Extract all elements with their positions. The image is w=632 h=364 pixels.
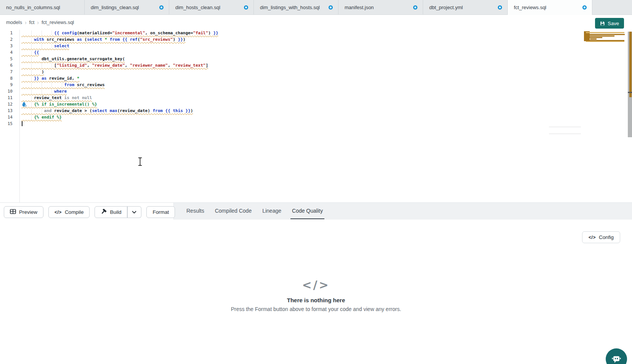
code-area[interactable]: {{ config(materialized="incremental", on… — [20, 30, 632, 202]
code-icon: </> — [589, 235, 596, 240]
build-label: Build — [110, 209, 121, 215]
code-editor[interactable]: 123456789101112131415 {{ config(material… — [0, 30, 632, 202]
code-line-4[interactable]: {{ — [21, 49, 632, 56]
empty-state: </> There is nothing here Press the Form… — [0, 278, 632, 312]
code-icon: </> — [55, 209, 62, 215]
file-tab-label: fct_reviews.sql — [514, 5, 579, 10]
preview-label: Preview — [19, 209, 37, 215]
editor-gutter: 123456789101112131415 — [0, 30, 20, 202]
code-line-14[interactable]: {% endif %} — [21, 114, 632, 120]
code-line-12[interactable]: {% if is_incremental() %} — [21, 101, 632, 107]
breadcrumb-item-models[interactable]: models — [6, 19, 22, 25]
code-line-text: from src_reviews — [21, 82, 105, 87]
robot-chat-icon — [611, 353, 622, 364]
text-cursor-caret — [22, 121, 22, 126]
breadcrumb-item-fct_reviews.sql[interactable]: fct_reviews.sql — [42, 19, 74, 25]
scrollbar-position-mark — [628, 92, 632, 93]
file-tab-dim_listings_with_hosts.sql[interactable]: dim_listings_with_hosts.sql — [254, 0, 338, 14]
compile-label: Compile — [65, 209, 84, 215]
editor-widget-bar — [549, 133, 581, 134]
chevron-down-icon — [132, 209, 136, 215]
line-number: 14 — [0, 114, 19, 120]
code-line-6[interactable]: ["listing_id", "review_date", "reviewer_… — [21, 62, 632, 69]
code-line-text: }} as review_id, * — [21, 76, 79, 81]
file-tab-label: no_nulls_in_columns.sql — [6, 5, 79, 10]
unsaved-indicator-icon — [244, 5, 248, 10]
file-tab-dbt_project.yml[interactable]: dbt_project.yml — [423, 0, 508, 14]
code-line-text: with src_reviews as (select * from {{ re… — [21, 37, 186, 42]
file-tab-manifest.json[interactable]: manifest.json — [338, 0, 423, 14]
unsaved-indicator-icon — [582, 5, 587, 10]
empty-state-hint: Press the Format button above to format … — [0, 306, 632, 312]
compile-button[interactable]: </>Compile — [48, 206, 90, 218]
preview-button[interactable]: Preview — [4, 206, 43, 218]
code-line-text: {{ config(materialized="incremental", on… — [21, 30, 218, 35]
code-line-text: ) — [21, 69, 44, 74]
code-line-1[interactable]: {{ config(materialized="incremental", on… — [21, 30, 632, 36]
panel-tab-code-quality[interactable]: Code Quality — [292, 203, 323, 220]
warning-mark — [585, 34, 625, 35]
code-line-text: where — [21, 89, 67, 94]
file-tab-dim_hosts_clean.sql[interactable]: dim_hosts_clean.sql — [169, 0, 254, 14]
line-number: 2 — [0, 36, 19, 43]
config-button[interactable]: </> Config — [582, 231, 620, 243]
warning-mark — [587, 35, 614, 37]
warning-mark — [586, 41, 624, 42]
warning-mark — [586, 32, 624, 33]
warning-mark — [590, 38, 597, 40]
line-number: 15 — [0, 120, 19, 127]
line-number: 9 — [0, 82, 19, 88]
build-button-group: Build — [95, 206, 141, 218]
unsaved-indicator-icon — [329, 5, 333, 10]
code-line-5[interactable]: dbt_utils.generate_surrogate_key( — [21, 56, 632, 62]
file-tab-dim_listings_clean.sql[interactable]: dim_listings_clean.sql — [85, 0, 169, 14]
line-number: 12 — [0, 101, 19, 107]
line-number: 13 — [0, 107, 19, 114]
hammer-icon — [101, 209, 107, 216]
config-label: Config — [599, 234, 614, 240]
file-tab-label: dim_listings_clean.sql — [91, 5, 156, 10]
line-number: 10 — [0, 88, 19, 95]
scrollbar-warning-strip — [629, 32, 632, 97]
file-tab-bar: no_nulls_in_columns.sqldim_listings_clea… — [0, 0, 632, 15]
code-line-15[interactable] — [21, 120, 632, 127]
file-tab-label: dim_listings_with_hosts.sql — [260, 5, 325, 10]
line-number: 4 — [0, 49, 19, 56]
unsaved-indicator-icon — [498, 5, 502, 10]
chat-assistant-button[interactable] — [606, 348, 627, 364]
panel-tab-lineage[interactable]: Lineage — [262, 203, 281, 220]
code-line-text: ["listing_id", "review_date", "reviewer_… — [21, 63, 208, 68]
floppy-disk-icon — [600, 21, 605, 26]
code-line-8[interactable]: }} as review_id, * — [21, 75, 632, 82]
i-beam-cursor-icon — [137, 157, 143, 166]
code-line-9[interactable]: from src_reviews — [21, 82, 632, 88]
code-line-text: {% if is_incremental() %} — [21, 102, 97, 107]
code-line-2[interactable]: with src_reviews as (select * from {{ re… — [21, 36, 632, 43]
code-line-3[interactable]: select — [21, 43, 632, 49]
build-dropdown-button[interactable] — [127, 206, 141, 218]
model-marker-drop-icon — [21, 101, 27, 107]
code-line-11[interactable]: review_text is not null — [21, 95, 632, 101]
breadcrumb-item-fct[interactable]: fct — [29, 19, 35, 25]
code-line-10[interactable]: where — [21, 88, 632, 95]
code-line-text: {{ — [21, 50, 39, 55]
panel-tab-results[interactable]: Results — [186, 203, 204, 220]
format-button[interactable]: Format — [146, 206, 175, 218]
breadcrumb: models›fct›fct_reviews.sql — [6, 15, 74, 30]
line-number: 11 — [0, 95, 19, 101]
save-label: Save — [608, 21, 619, 26]
build-button[interactable]: Build — [95, 206, 127, 218]
line-number: 7 — [0, 69, 19, 75]
code-slash-icon: </> — [0, 278, 632, 292]
code-line-13[interactable]: and review_date > (select max(review_dat… — [21, 107, 632, 114]
file-tab-label: dbt_project.yml — [429, 5, 494, 10]
panel-tab-compiled-code[interactable]: Compiled Code — [215, 203, 252, 220]
code-line-text: dbt_utils.generate_surrogate_key( — [21, 56, 125, 61]
table-grid-icon — [10, 209, 16, 215]
save-button[interactable]: Save — [595, 18, 624, 29]
line-number: 6 — [0, 62, 19, 69]
file-tab-no_nulls_in_columns.sql[interactable]: no_nulls_in_columns.sql — [0, 0, 85, 14]
file-tab-fct_reviews.sql[interactable]: fct_reviews.sql — [508, 0, 592, 15]
format-label: Format — [152, 209, 169, 215]
code-line-7[interactable]: ) — [21, 69, 632, 75]
